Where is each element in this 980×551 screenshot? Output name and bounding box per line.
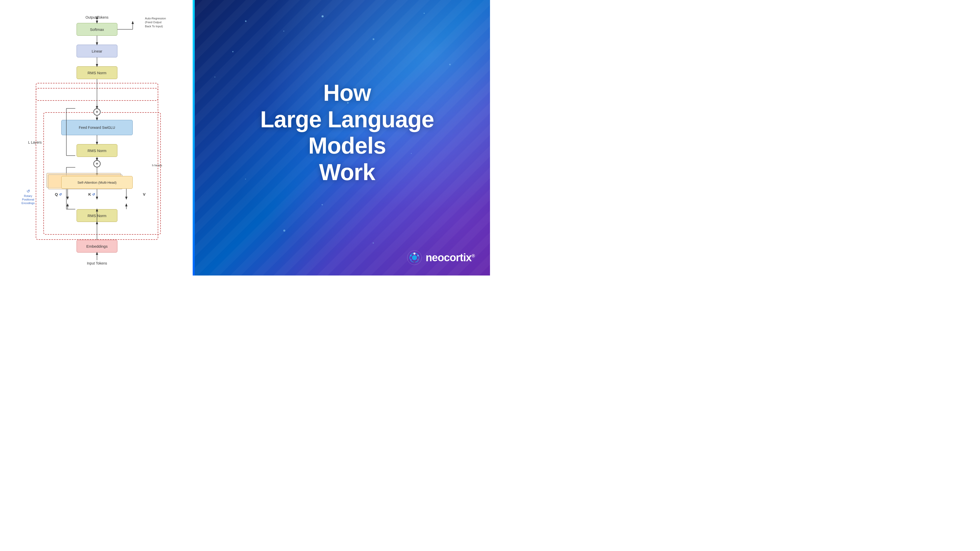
- title-line-1: How: [224, 80, 469, 106]
- logo-text: neocortix®: [426, 251, 475, 264]
- main-container: Output Tokens Input Tokens Auto-Regressi…: [0, 0, 490, 275]
- softmax-box: Softmax: [76, 23, 118, 36]
- plus-circle-mid: +: [94, 160, 100, 167]
- svg-point-30: [414, 252, 415, 254]
- selfattention-box: Self-Attention (Multi-Head): [61, 176, 133, 189]
- svg-point-29: [412, 255, 417, 260]
- feedforward-box: Feed Forward SwiGLU: [61, 120, 133, 135]
- svg-point-35: [410, 255, 412, 256]
- title-line-3: Work: [224, 159, 469, 186]
- svg-point-32: [417, 259, 419, 260]
- cyan-divider: [192, 0, 195, 275]
- v-label: V: [143, 192, 145, 197]
- q-label: Q ↺: [55, 192, 62, 197]
- plus-circle-top: +: [94, 108, 100, 116]
- svg-point-34: [410, 259, 412, 260]
- diagram-area: Output Tokens Input Tokens Auto-Regressi…: [30, 15, 163, 265]
- rmsnorm-top-box: RMS Norm: [76, 66, 118, 79]
- right-panel: How Large Language Models Work: [194, 0, 490, 275]
- auto-regression-label: Auto-Regression (Feed Output Back To Inp…: [145, 17, 166, 28]
- embeddings-box: Embeddings: [76, 240, 118, 252]
- right-content: How Large Language Models Work: [194, 0, 490, 275]
- k-label: K ↺: [88, 192, 95, 197]
- input-tokens-label: Input Tokens: [87, 261, 107, 265]
- left-panel: Output Tokens Input Tokens Auto-Regressi…: [0, 0, 194, 275]
- logo-area: neocortix®: [407, 250, 475, 265]
- svg-point-33: [414, 261, 415, 263]
- rmsnorm-mid-box: RMS Norm: [76, 144, 118, 157]
- main-title: How Large Language Models Work: [224, 80, 469, 186]
- svg-point-31: [417, 255, 419, 256]
- output-tokens-label: Output Tokens: [86, 15, 108, 19]
- rmsnorm-bot-box: RMS Norm: [76, 209, 118, 222]
- title-line-2: Large Language Models: [224, 106, 469, 159]
- rotary-encodings-label: ↺ Rotary Positional Encodings: [21, 189, 36, 205]
- neocortix-logo-icon: [407, 250, 422, 265]
- linear-box: Linear: [76, 44, 118, 57]
